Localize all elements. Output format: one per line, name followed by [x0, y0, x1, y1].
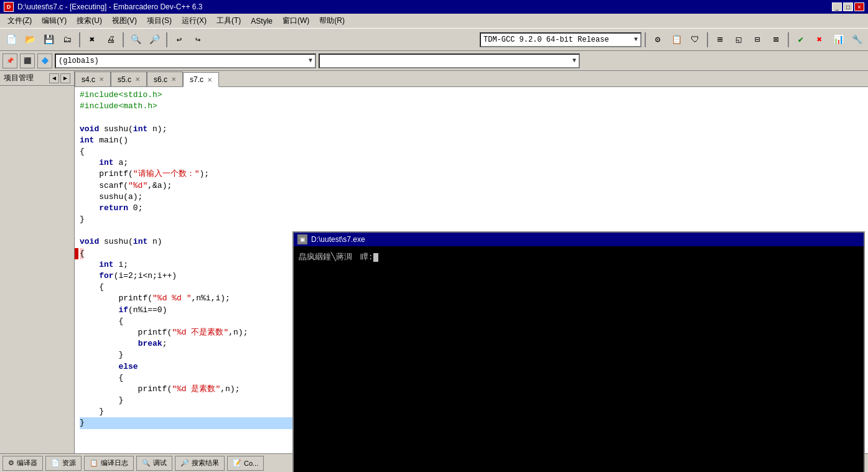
main-layout: 项目管理 ◄ ► s4.c ✕ s5.c ✕ s6.c ✕ s7.c: [0, 71, 868, 453]
tab-s6c-label: s6.c: [154, 75, 167, 84]
code-line-2: #include<math.h>: [80, 101, 863, 112]
tab-bar: s4.c ✕ s5.c ✕ s6.c ✕ s7.c ✕: [75, 71, 868, 87]
tab-s4c-label: s4.c: [82, 75, 95, 84]
redo-button[interactable]: ↪: [189, 31, 207, 49]
menu-window[interactable]: 窗口(W): [278, 14, 314, 28]
compiler-tab-label: 编译器: [17, 458, 37, 468]
toolbar-btn-extra3[interactable]: 🛡: [686, 31, 704, 49]
app-icon: D: [4, 2, 14, 12]
scope-icon2[interactable]: ⬛: [20, 53, 35, 68]
scope-dropdown-2-arrow: ▼: [572, 57, 576, 64]
search-tab-label: 搜索结果: [192, 458, 219, 468]
menu-search[interactable]: 搜索(U): [72, 14, 107, 28]
tab-s4c-close[interactable]: ✕: [99, 76, 104, 83]
toolbar-btn-extra4[interactable]: 🔧: [848, 31, 866, 49]
bottom-tab-resources[interactable]: 📄 资源: [45, 456, 82, 471]
compiler-select[interactable]: TDM-GCC 9.2.0 64-bit Release ▼: [480, 32, 642, 47]
exec-cursor: [373, 253, 378, 262]
save-all-button[interactable]: 🗂: [58, 31, 76, 49]
code-line-9: scanf("%d",&a);: [80, 180, 863, 192]
code-line-10: sushu(a);: [80, 192, 863, 203]
window-title: D:\uutest\s7.c - [Executing] - Embarcade…: [17, 2, 832, 11]
menu-project[interactable]: 项目(S): [142, 14, 177, 28]
compiler-dropdown-arrow: ▼: [634, 36, 638, 43]
tab-s5c-label: s5.c: [118, 75, 131, 84]
code-line-5: int main(): [80, 135, 863, 146]
save-button[interactable]: 💾: [40, 31, 57, 49]
toolbar-btn-extra2[interactable]: 📋: [668, 31, 685, 49]
code-line-1: #include<stdio.h>: [80, 90, 863, 101]
sidebar-nav-next[interactable]: ►: [60, 73, 70, 83]
menu-edit[interactable]: 编辑(Y): [37, 14, 72, 28]
menu-file[interactable]: 文件(Z): [2, 14, 37, 28]
exec-title-bar: ▣ D:\uutest\s7.exe: [294, 233, 864, 246]
undo-button[interactable]: ↩: [170, 31, 188, 49]
code-line-6: {: [80, 146, 863, 157]
find-button[interactable]: 🔍: [127, 31, 144, 49]
bottom-tab-compile-log[interactable]: 📋 编译日志: [84, 456, 134, 471]
resources-tab-icon: 📄: [51, 459, 60, 467]
co-tab-icon: 📝: [233, 459, 241, 467]
compile-log-tab-icon: 📋: [90, 459, 98, 467]
sidebar-nav: ◄ ►: [49, 73, 70, 83]
tab-s7c[interactable]: s7.c ✕: [183, 72, 219, 87]
resources-tab-label: 资源: [62, 458, 76, 468]
scope-select-2[interactable]: ▼: [319, 53, 580, 68]
tab-s4c[interactable]: s4.c ✕: [75, 72, 111, 86]
sidebar: 项目管理 ◄ ►: [0, 71, 75, 453]
compiler-select-label: TDM-GCC 9.2.0 64-bit Release: [483, 35, 609, 44]
close-button[interactable]: ×: [854, 2, 864, 11]
toolbar-btn-cancel[interactable]: ✖: [811, 31, 828, 49]
tab-s5c[interactable]: s5.c ✕: [111, 72, 147, 86]
scope-icon3[interactable]: 🔷: [37, 53, 52, 68]
open-button[interactable]: 📂: [21, 31, 39, 49]
scope-select-1-label: (globals): [58, 57, 99, 65]
toolbar-btn-layout3[interactable]: ⊟: [749, 31, 766, 49]
toolbar-btn-layout1[interactable]: ⊞: [711, 31, 729, 49]
tab-s7c-label: s7.c: [190, 75, 203, 84]
code-line-3: [80, 112, 863, 123]
exec-window-title: D:\uutest\s7.exe: [311, 235, 365, 244]
toolbar-btn-extra1[interactable]: ⚙: [649, 31, 666, 49]
toolbar-separator-4: [645, 32, 646, 47]
tab-s7c-close[interactable]: ✕: [207, 76, 212, 83]
scope-toolbar: 📌 ⬛ 🔷 (globals) ▼ ▼: [0, 51, 868, 71]
tab-s6c[interactable]: s6.c ✕: [147, 72, 183, 86]
bottom-tab-compiler[interactable]: ⚙ 编译器: [2, 456, 43, 471]
sidebar-header: 项目管理 ◄ ►: [0, 71, 74, 86]
toolbar-btn-layout2[interactable]: ◱: [730, 31, 747, 49]
co-tab-label: Co...: [244, 460, 258, 467]
compiler-tab-icon: ⚙: [8, 459, 14, 467]
toolbar-separator-3: [166, 32, 167, 47]
exec-window-icon: ▣: [297, 234, 307, 244]
scope-icon1[interactable]: 📌: [2, 53, 17, 68]
debug-tab-label: 调试: [153, 458, 167, 468]
menu-view[interactable]: 视图(V): [107, 14, 142, 28]
bottom-tab-search[interactable]: 🔎 搜索结果: [175, 456, 225, 471]
toolbar-btn-chart[interactable]: 📊: [829, 31, 847, 49]
find-next-button[interactable]: 🔎: [146, 31, 163, 49]
maximize-button[interactable]: □: [843, 2, 853, 11]
close-file-button[interactable]: ✖: [83, 31, 101, 49]
exec-window[interactable]: ▣ D:\uutest\s7.exe 皛疯絪鐘╲蔣淍 瞫:: [292, 231, 865, 472]
tab-s6c-close[interactable]: ✕: [171, 76, 176, 83]
bottom-tab-co[interactable]: 📝 Co...: [227, 456, 264, 471]
menu-astyle[interactable]: AStyle: [246, 14, 278, 28]
toolbar-btn-layout4[interactable]: ⊠: [767, 31, 785, 49]
print-button[interactable]: 🖨: [102, 31, 119, 49]
toolbar-separator-2: [123, 32, 124, 47]
code-line-8: printf("请输入一个数：");: [80, 169, 863, 180]
code-line-12: }: [80, 214, 863, 225]
sidebar-title: 项目管理: [4, 73, 34, 83]
sidebar-nav-prev[interactable]: ◄: [49, 73, 59, 83]
toolbar-btn-check[interactable]: ✔: [792, 31, 810, 49]
menu-tools[interactable]: 工具(T): [212, 14, 246, 28]
scope-select-1[interactable]: (globals) ▼: [55, 53, 316, 68]
toolbar-separator-6: [788, 32, 789, 47]
new-button[interactable]: 📄: [2, 31, 20, 49]
bottom-tab-debug[interactable]: 🔍 调试: [136, 456, 172, 471]
minimize-button[interactable]: _: [832, 2, 842, 11]
tab-s5c-close[interactable]: ✕: [135, 76, 140, 83]
menu-help[interactable]: 帮助(R): [314, 14, 350, 28]
menu-run[interactable]: 运行(X): [177, 14, 212, 28]
